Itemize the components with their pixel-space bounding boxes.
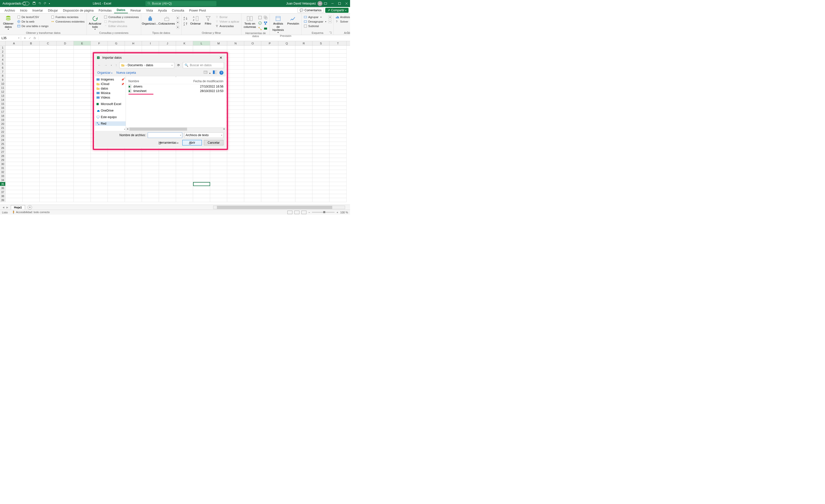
cell[interactable] [227, 70, 244, 74]
cell[interactable] [40, 198, 57, 202]
tab-inicio[interactable]: Inicio [17, 8, 30, 13]
cell[interactable] [5, 186, 22, 190]
tab-powerpivot[interactable]: Power Pivot [187, 8, 209, 13]
open-button[interactable]: Abrir [182, 140, 202, 145]
cell[interactable] [244, 138, 261, 142]
cell[interactable] [312, 86, 329, 90]
cell[interactable] [40, 178, 57, 182]
cell[interactable] [227, 126, 244, 130]
remove-duplicates-icon[interactable] [264, 15, 268, 20]
preview-pane-icon[interactable] [213, 70, 217, 75]
cell[interactable] [22, 182, 40, 186]
sheet-nav-next-icon[interactable]: ► [6, 206, 8, 209]
cell[interactable] [108, 182, 125, 186]
cell[interactable] [295, 90, 312, 94]
forecast-button[interactable]: Previsión [286, 14, 300, 25]
cell[interactable] [57, 154, 74, 158]
cell[interactable] [193, 178, 210, 182]
ungroup-button[interactable]: Desagrupar▾ [303, 19, 327, 23]
cell[interactable] [278, 126, 295, 130]
cell[interactable] [57, 82, 74, 86]
cell[interactable] [40, 162, 57, 166]
cell[interactable] [227, 138, 244, 142]
cell[interactable] [74, 178, 91, 182]
accessibility-status[interactable]: 🧍 Accesibilidad: todo correcto [12, 211, 50, 214]
cell[interactable] [22, 114, 40, 118]
cell[interactable] [329, 50, 347, 54]
cell[interactable] [278, 50, 295, 54]
cell[interactable] [210, 46, 227, 50]
cell[interactable] [278, 178, 295, 182]
cell[interactable] [159, 150, 176, 154]
cell[interactable] [210, 194, 227, 198]
cell[interactable] [312, 46, 329, 50]
cell[interactable] [142, 158, 159, 162]
cell[interactable] [159, 198, 176, 202]
cell[interactable] [142, 166, 159, 170]
cell[interactable] [40, 194, 57, 198]
cell[interactable] [210, 170, 227, 174]
cell[interactable] [329, 46, 347, 50]
cell[interactable] [227, 130, 244, 134]
normal-view-icon[interactable] [287, 211, 292, 214]
cell[interactable] [295, 98, 312, 102]
cell[interactable] [91, 190, 108, 194]
cell[interactable] [5, 178, 22, 182]
row-header-22[interactable]: 22 [0, 130, 5, 134]
cell[interactable] [125, 158, 142, 162]
row-header-11[interactable]: 11 [0, 86, 5, 90]
cell[interactable] [74, 62, 91, 66]
cell[interactable] [227, 122, 244, 126]
zoom-in-icon[interactable]: + [336, 211, 338, 214]
add-sheet-button[interactable]: + [27, 205, 32, 210]
recent-sources-button[interactable]: Fuentes recientes [51, 15, 85, 19]
cell[interactable] [244, 94, 261, 98]
cell[interactable] [244, 174, 261, 178]
cell[interactable] [159, 162, 176, 166]
cell[interactable] [210, 186, 227, 190]
save-icon[interactable] [32, 1, 36, 6]
cell[interactable] [57, 174, 74, 178]
tree-item-msexcel[interactable]: Microsoft Excel [95, 102, 126, 106]
cell[interactable] [329, 178, 347, 182]
cell[interactable] [244, 118, 261, 122]
cell[interactable] [329, 118, 347, 122]
cell[interactable] [312, 54, 329, 58]
cell[interactable] [57, 110, 74, 114]
cell[interactable] [227, 134, 244, 138]
cell[interactable] [22, 146, 40, 150]
cell[interactable] [295, 74, 312, 78]
cell[interactable] [159, 194, 176, 198]
cell[interactable] [5, 54, 22, 58]
cell[interactable] [125, 150, 142, 154]
cell[interactable] [125, 178, 142, 182]
cell[interactable] [57, 98, 74, 102]
cell[interactable] [40, 170, 57, 174]
cell[interactable] [57, 54, 74, 58]
cell[interactable] [57, 130, 74, 134]
cell[interactable] [40, 82, 57, 86]
hide-detail-icon[interactable]: − [328, 20, 332, 23]
cell[interactable] [227, 78, 244, 82]
cell[interactable] [210, 158, 227, 162]
tree-item-este-equipo[interactable]: Este equipo [95, 115, 126, 119]
cell[interactable] [261, 122, 278, 126]
cell[interactable] [278, 66, 295, 70]
row-header-7[interactable]: 7 [0, 70, 5, 74]
cell[interactable] [295, 50, 312, 54]
tab-ayuda[interactable]: Ayuda [155, 8, 169, 13]
cell[interactable] [5, 98, 22, 102]
cell[interactable] [74, 198, 91, 202]
row-header-16[interactable]: 16 [0, 106, 5, 110]
cell[interactable] [312, 106, 329, 110]
cell[interactable] [278, 94, 295, 98]
cell[interactable] [244, 182, 261, 186]
cell[interactable] [295, 46, 312, 50]
cell[interactable] [22, 46, 40, 50]
tab-revisar[interactable]: Revisar [128, 8, 143, 13]
undo-icon[interactable] [38, 1, 42, 6]
cell[interactable] [57, 158, 74, 162]
cell[interactable] [40, 174, 57, 178]
cell[interactable] [159, 154, 176, 158]
refresh-folder-icon[interactable]: ⟳ [176, 63, 181, 67]
